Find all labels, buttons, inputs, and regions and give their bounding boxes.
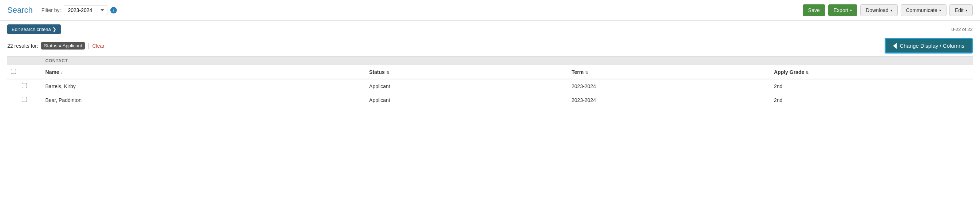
edit-search-button[interactable]: Edit search criteria ❯ [7, 24, 61, 34]
col-status-label: Status [369, 69, 385, 75]
row-checkbox-cell [7, 93, 42, 107]
status-sort-icon[interactable]: ⇅ [386, 71, 389, 75]
col-header-name[interactable]: Name ↓ [42, 65, 366, 80]
page-title: Search [7, 5, 33, 15]
row-term: 2023-2024 [568, 93, 770, 107]
table-row: Bear, Paddinton Applicant 2023-2024 2nd [7, 93, 973, 107]
contact-group-label: CONTACT [42, 57, 973, 65]
edit-search-chevron-icon: ❯ [52, 27, 56, 32]
save-button[interactable]: Save [803, 4, 825, 16]
filter-select[interactable]: 2023-2024 2022-2023 2021-2022 [64, 5, 107, 15]
toolbar-left: Edit search criteria ❯ [7, 24, 61, 34]
download-chevron-icon: ▾ [891, 8, 892, 13]
edit-chevron-icon: ▾ [966, 8, 967, 13]
row-status: Applicant [366, 93, 568, 107]
name-sort-icon[interactable]: ↓ [61, 71, 63, 75]
export-chevron-icon: ▾ [850, 8, 852, 13]
row-grade: 2nd [770, 79, 973, 93]
edit-button[interactable]: Edit ▾ [950, 4, 973, 16]
results-count: 0-22 of 22 [951, 27, 973, 32]
toolbar: Edit search criteria ❯ 0-22 of 22 [0, 21, 980, 37]
results-table: CONTACT Name ↓ Status ⇅ Term ⇅ [7, 56, 973, 107]
change-display-label: Change Display / Columns [900, 43, 964, 49]
grade-sort-icon[interactable]: ⇅ [806, 71, 808, 75]
row-checkbox[interactable] [22, 83, 27, 88]
results-left: 22 results for: Status = Applicant | Cle… [7, 42, 105, 49]
row-name: Bartels, Kirby [42, 79, 366, 93]
row-checkbox[interactable] [22, 97, 27, 102]
col-header-term[interactable]: Term ⇅ [568, 65, 770, 80]
change-display-arrow-icon [893, 43, 897, 49]
download-button[interactable]: Download ▾ [860, 4, 897, 16]
edit-search-label: Edit search criteria [12, 27, 51, 32]
header: Search Filter by: 2023-2024 2022-2023 20… [0, 0, 980, 21]
row-name: Bear, Paddinton [42, 93, 366, 107]
header-actions: Save Export ▾ Download ▾ Communicate ▾ E… [803, 4, 973, 16]
status-filter-badge: Status = Applicant [41, 42, 85, 49]
column-headers: Name ↓ Status ⇅ Term ⇅ Apply Grade ⇅ [7, 65, 973, 80]
pipe-separator: | [88, 43, 89, 49]
table-row: Bartels, Kirby Applicant 2023-2024 2nd [7, 79, 973, 93]
col-grade-label: Apply Grade [774, 69, 804, 75]
select-all-checkbox[interactable] [11, 69, 16, 74]
col-header-status[interactable]: Status ⇅ [366, 65, 568, 80]
select-all-header [7, 65, 42, 80]
row-status: Applicant [366, 79, 568, 93]
results-for-label: 22 results for: [7, 43, 38, 49]
row-term: 2023-2024 [568, 79, 770, 93]
communicate-label: Communicate [906, 7, 937, 13]
edit-label: Edit [955, 7, 964, 13]
results-row: 22 results for: Status = Applicant | Cle… [0, 37, 980, 56]
download-label: Download [866, 7, 888, 13]
export-button[interactable]: Export ▾ [828, 4, 858, 16]
col-term-label: Term [571, 69, 584, 75]
contact-group-header: CONTACT [7, 57, 973, 65]
row-checkbox-cell [7, 79, 42, 93]
row-grade: 2nd [770, 93, 973, 107]
table-container: CONTACT Name ↓ Status ⇅ Term ⇅ [0, 56, 980, 107]
term-sort-icon[interactable]: ⇅ [585, 71, 588, 75]
change-display-button[interactable]: Change Display / Columns [885, 38, 973, 54]
export-label: Export [834, 7, 848, 13]
info-icon[interactable]: i [110, 7, 117, 13]
col-name-label: Name [46, 69, 59, 75]
filter-label: Filter by: [41, 7, 61, 13]
clear-link[interactable]: Clear [92, 43, 104, 49]
communicate-button[interactable]: Communicate ▾ [900, 4, 947, 16]
communicate-chevron-icon: ▾ [939, 8, 941, 13]
col-header-grade[interactable]: Apply Grade ⇅ [770, 65, 973, 80]
